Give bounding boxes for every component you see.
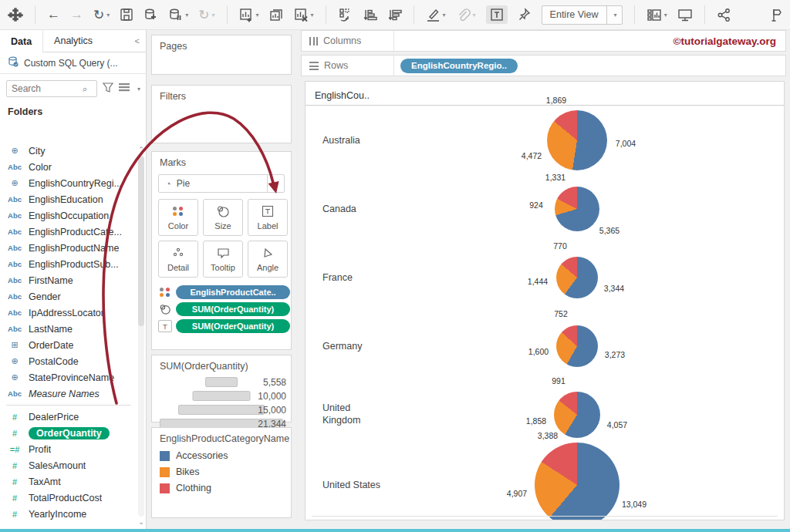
show-mark-labels-icon[interactable]: [486, 5, 508, 24]
caret-icon[interactable]: ▾: [185, 12, 188, 19]
chevron-down-icon[interactable]: ▾: [606, 6, 622, 24]
field-item[interactable]: #YearlyIncome: [0, 506, 137, 522]
back-icon[interactable]: ←: [47, 7, 60, 22]
marks-pill[interactable]: SUM(OrderQuantity): [176, 302, 290, 316]
field-item[interactable]: ⊕City: [0, 143, 137, 159]
scroll-up-icon[interactable]: ⌃: [137, 146, 145, 153]
size-legend-bar[interactable]: [193, 391, 251, 401]
detail-button[interactable]: Detail: [158, 241, 198, 278]
save-icon[interactable]: [120, 8, 133, 22]
refresh-icon[interactable]: ↻▾: [198, 7, 214, 23]
size-legend-card[interactable]: SUM(OrderQuantity) 5,55810,00015,00021,3…: [151, 355, 292, 423]
tooltip-button[interactable]: Tooltip: [203, 241, 243, 278]
field-item[interactable]: AbcIpAddressLocator: [0, 305, 137, 321]
row-field-header[interactable]: EnglishCou..: [306, 82, 784, 106]
tableau-logo-icon[interactable]: [8, 7, 23, 22]
field-item[interactable]: AbcMeasure Names: [0, 386, 137, 402]
field-item[interactable]: ⊕PostalCode: [0, 353, 137, 369]
field-item[interactable]: ⊞OrderDate: [0, 337, 137, 353]
pause-updates-icon[interactable]: ▾: [168, 8, 188, 22]
field-item[interactable]: AbcEnglishProductCate...: [0, 224, 137, 240]
caret-icon[interactable]: ▾: [664, 12, 667, 19]
field-item[interactable]: AbcEnglishProductSub...: [0, 256, 137, 272]
tab-analytics[interactable]: Analytics: [43, 30, 103, 52]
filters-shelf[interactable]: Filters: [151, 85, 292, 143]
duplicate-sheet-icon[interactable]: [269, 8, 284, 22]
field-item[interactable]: AbcEnglishProductName: [0, 240, 137, 256]
field-item[interactable]: AbcLastName: [0, 321, 137, 337]
row-header-country[interactable]: Canada: [322, 202, 384, 215]
marks-pill[interactable]: EnglishProductCate..: [176, 285, 290, 299]
columns-shelf[interactable]: Columns ©tutorialgateway.org: [301, 30, 786, 52]
forward-icon[interactable]: →: [70, 7, 83, 22]
size-legend-bar[interactable]: [205, 377, 238, 387]
pie-united-kingdom[interactable]: [554, 392, 600, 438]
search-input[interactable]: [12, 83, 83, 94]
field-item[interactable]: AbcEnglishEducation: [0, 191, 137, 207]
color-button[interactable]: Color: [158, 199, 198, 236]
mark-type-dropdown[interactable]: ◔ Pie ▾: [158, 174, 285, 193]
datasource-item[interactable]: Custom SQL Query (...: [0, 52, 146, 74]
sort-ascending-icon[interactable]: [363, 8, 377, 22]
field-item[interactable]: #OrderQuantity: [0, 425, 137, 441]
rows-pill[interactable]: EnglishCountryRegio..: [400, 59, 518, 73]
field-item[interactable]: ⊕EnglishCountryRegi...: [0, 175, 137, 191]
row-header-country[interactable]: France: [322, 271, 384, 284]
color-legend-card[interactable]: EnglishProductCategoryName AccessoriesBi…: [151, 427, 292, 518]
pie-australia[interactable]: [547, 110, 607, 170]
field-item[interactable]: #DealerPrice: [0, 409, 137, 425]
field-item[interactable]: #TaxAmt: [0, 473, 137, 490]
legend-item[interactable]: Clothing: [160, 483, 291, 493]
swap-axes-icon[interactable]: [338, 8, 353, 22]
pages-shelf[interactable]: Pages: [151, 35, 292, 75]
clear-sheet-icon[interactable]: ▾: [294, 8, 314, 22]
tab-data[interactable]: Data: [0, 30, 43, 52]
search-input-box[interactable]: ⌕: [6, 80, 97, 97]
row-header-country[interactable]: Australia: [322, 133, 384, 146]
legend-item[interactable]: Accessories: [160, 450, 291, 461]
caret-icon[interactable]: ▾: [311, 12, 314, 19]
field-item[interactable]: AbcFirstName: [0, 272, 137, 288]
size-legend-bar[interactable]: [178, 405, 265, 415]
row-header-country[interactable]: United Kingdom: [322, 402, 384, 428]
share-icon[interactable]: [717, 8, 731, 22]
filter-funnel-icon[interactable]: [103, 82, 113, 95]
rows-shelf[interactable]: Rows EnglishCountryRegio..: [301, 55, 786, 76]
angle-button[interactable]: Angle: [248, 241, 288, 278]
pie-united-states[interactable]: [535, 443, 620, 520]
presentation-mode-icon[interactable]: [677, 8, 693, 22]
field-item[interactable]: =#Profit: [0, 441, 137, 457]
caret-icon[interactable]: ▾: [443, 12, 446, 19]
fit-view-dropdown[interactable]: Entire View ▾: [542, 5, 623, 25]
field-item[interactable]: AbcColor: [0, 159, 137, 175]
field-list-scrollbar[interactable]: ⌃ ⌄: [137, 146, 146, 526]
pie-france[interactable]: [556, 257, 598, 298]
field-item[interactable]: AbcEnglishOccupation: [0, 207, 137, 224]
show-me-flag-icon[interactable]: [767, 8, 782, 22]
pie-canada[interactable]: [555, 187, 599, 231]
scroll-down-icon[interactable]: ⌄: [137, 518, 145, 526]
collapse-pane-icon[interactable]: <: [129, 30, 146, 52]
pie-germany[interactable]: [556, 325, 598, 367]
chevron-down-icon[interactable]: ▾: [137, 86, 140, 93]
row-header-country[interactable]: Germany: [322, 339, 384, 352]
new-worksheet-icon[interactable]: ▾: [239, 8, 259, 22]
paperclip-icon[interactable]: ▾: [456, 8, 476, 22]
new-datasource-icon[interactable]: [143, 8, 158, 22]
marks-pill[interactable]: SUM(OrderQuantity): [176, 319, 290, 333]
field-item[interactable]: #Custom SQL Query ...: [0, 522, 137, 526]
field-item[interactable]: AbcGender: [0, 288, 137, 305]
size-button[interactable]: Size: [203, 199, 243, 236]
caret-icon[interactable]: ▾: [106, 12, 110, 19]
row-header-country[interactable]: United States: [322, 479, 384, 492]
fix-axes-pin-icon[interactable]: [518, 8, 532, 22]
label-button[interactable]: Label: [248, 199, 288, 236]
caret-icon[interactable]: ▾: [256, 12, 259, 19]
redo-icon[interactable]: ↻▾: [93, 7, 110, 23]
highlight-pen-icon[interactable]: ▾: [426, 8, 446, 22]
field-item[interactable]: #TotalProductCost: [0, 490, 137, 506]
field-item[interactable]: #SalesAmount: [0, 457, 137, 473]
legend-item[interactable]: Bikes: [160, 466, 291, 477]
sort-descending-icon[interactable]: [387, 8, 402, 22]
field-item[interactable]: ⊕StateProvinceName: [0, 369, 137, 386]
